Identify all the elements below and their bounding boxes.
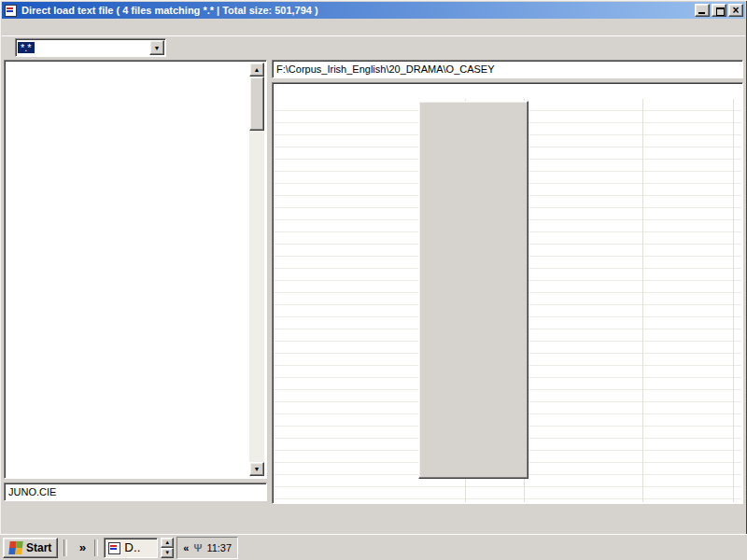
spinner-down-button[interactable]: ▼ bbox=[161, 548, 174, 558]
filemask-combobox[interactable]: *.* ▼ bbox=[15, 38, 166, 57]
task-button-label: D.. bbox=[124, 540, 140, 554]
taskbar: Start » D.. ▲ ▼ « Ψ 11:37 bbox=[0, 534, 747, 560]
column-divider bbox=[642, 99, 643, 502]
system-tray: « Ψ 11:37 bbox=[176, 537, 238, 559]
app-icon bbox=[4, 3, 19, 18]
taskbar-separator bbox=[63, 539, 67, 556]
task-button-direct-load[interactable]: D.. bbox=[104, 538, 158, 558]
scroll-up-button[interactable]: ▲ bbox=[249, 63, 264, 77]
spinner-up-button[interactable]: ▲ bbox=[161, 538, 174, 548]
minimize-button[interactable] bbox=[695, 4, 710, 17]
quicklaunch-overflow-chevron[interactable]: » bbox=[76, 540, 89, 554]
restore-button[interactable] bbox=[712, 4, 726, 17]
folder-tree bbox=[7, 63, 249, 476]
context-menu bbox=[418, 101, 529, 479]
window-title: Direct load text file ( 4 files matching… bbox=[19, 5, 695, 16]
start-label: Start bbox=[26, 541, 51, 554]
windows-logo-icon bbox=[8, 541, 22, 554]
tray-chevron[interactable]: « bbox=[183, 542, 189, 553]
current-path: F:\Corpus_Irish_English\20_DRAMA\O_CASEY bbox=[276, 63, 495, 75]
app-window: Direct load text file ( 4 files matching… bbox=[0, 0, 747, 535]
scrollbar-thumb[interactable] bbox=[249, 77, 264, 131]
screen: Direct load text file ( 4 files matching… bbox=[0, 0, 747, 560]
taskbar-separator bbox=[94, 539, 98, 556]
minimize-icon bbox=[698, 12, 705, 14]
path-bar: F:\Corpus_Irish_English\20_DRAMA\O_CASEY bbox=[272, 60, 743, 78]
clock: 11:37 bbox=[206, 542, 232, 553]
restore-icon bbox=[716, 7, 725, 16]
app-icon bbox=[107, 540, 122, 555]
taskbar-spinner: ▲ ▼ bbox=[161, 538, 174, 558]
scroll-down-button[interactable]: ▼ bbox=[249, 462, 264, 476]
column-divider bbox=[733, 99, 734, 502]
close-icon: × bbox=[729, 5, 742, 16]
filename-input[interactable] bbox=[4, 483, 267, 501]
filemask-dropdown-button[interactable]: ▼ bbox=[149, 40, 164, 55]
filemask-value: *.* bbox=[18, 42, 35, 53]
menubar bbox=[2, 20, 745, 35]
close-button[interactable]: × bbox=[728, 4, 743, 17]
tray-tool-icon[interactable]: Ψ bbox=[193, 542, 202, 553]
toolbar: *.* ▼ bbox=[2, 35, 745, 59]
tree-scrollbar[interactable]: ▲ ▼ bbox=[249, 63, 264, 476]
file-list-header bbox=[274, 84, 741, 99]
titlebar: Direct load text file ( 4 files matching… bbox=[2, 2, 745, 19]
folder-tree-panel: ▲ ▼ bbox=[4, 60, 267, 479]
start-button[interactable]: Start bbox=[3, 538, 58, 558]
